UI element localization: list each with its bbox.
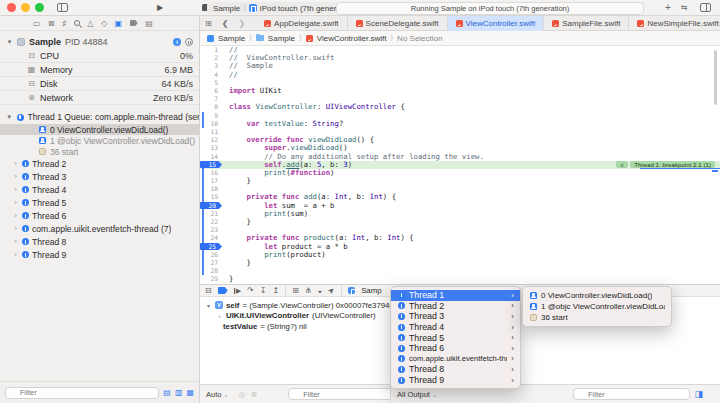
project-navigator-icon[interactable]: ▭ [33,19,41,28]
variables-view[interactable]: ▾ V self = (Sample.ViewController) 0x000… [200,297,390,384]
run-button[interactable]: ▶ [157,3,163,13]
code-line[interactable]: 21 print(sum) [200,210,720,218]
code-line[interactable]: 8class ViewController: UIViewController … [200,103,720,111]
menu-item-thread-5[interactable]: Thread 5 › [391,332,520,343]
breakpoint-annotation[interactable]: ≡Thread 1: breakpoint 2.1 (1) [616,161,715,168]
disclosure-icon[interactable]: › [12,172,19,181]
thread-row[interactable]: › Thread 6 [0,209,199,222]
hide-debug-area-icon[interactable]: ⊟ [205,286,212,295]
thread-row[interactable]: › Thread 3 [0,170,199,183]
disclosure-icon[interactable]: › [12,250,19,259]
menu-item-thread-6[interactable]: Thread 6 › [391,343,520,354]
thread-view-mode-3-icon[interactable]: ▦ [186,388,194,397]
disclosure-icon[interactable]: › [216,313,223,319]
submenu-item-frame-1[interactable]: 1 @objc ViewController.viewDidLoad() [523,301,671,312]
flag-icon[interactable]: ◎ [238,390,245,399]
code-line[interactable]: 16 print(#function) [200,169,720,177]
forward-icon[interactable]: ❯ [233,19,250,28]
submenu-item-frame-0[interactable]: 0 ViewController.viewDidLoad() [523,290,671,301]
menu-item-eventfetch-thread[interactable]: com.apple.uikit.eventfetch-thread (7) › [391,354,520,365]
source-control-navigator-icon[interactable]: ⊠ [48,19,55,28]
thread-row[interactable]: › Thread 9 [0,248,199,261]
menu-item-thread-9[interactable]: Thread 9 › [391,375,520,386]
line-number[interactable]: 13 [200,144,222,152]
thread-row[interactable]: › com.apple.uikit.eventfetch-thread (7) [0,222,199,235]
code-line[interactable]: 6import UIKit [200,87,720,95]
code-line[interactable]: 29} [200,275,720,283]
menu-item-thread-2[interactable]: Thread 2 › [391,301,520,312]
back-icon[interactable]: ❮ [217,19,234,28]
add-button[interactable]: + [665,3,671,13]
breakpoint-navigator-icon[interactable] [130,20,138,26]
stack-frame-row[interactable]: 36 start [0,146,199,157]
code-area[interactable]: 1//2// ViewController.swift3// Sample4//… [200,46,720,284]
menu-item-thread-1[interactable]: Thread 1 › [391,290,520,301]
line-number[interactable]: 3 [200,62,222,70]
disclosure-icon[interactable]: › [12,237,19,246]
stack-frame-row[interactable]: 1 @objc ViewController.viewDidLoad() [0,135,199,146]
gauge-network[interactable]: ⊕ Network Zero KB/s [0,91,199,105]
step-into-icon[interactable]: ↧ [260,286,267,295]
disclosure-icon[interactable]: › [12,224,19,233]
thread-view-mode-1-icon[interactable]: ▤ [163,388,171,397]
disclosure-icon[interactable]: › [12,185,19,194]
menu-item-thread-4[interactable]: Thread 4 › [391,322,520,333]
gauge-memory[interactable]: ▦ Memory 6.9 MB [0,63,199,77]
thread-row[interactable]: › Thread 5 [0,196,199,209]
disclosure-icon[interactable]: › [12,211,19,220]
step-over-icon[interactable]: ↷ [247,286,254,295]
menu-item-thread-8[interactable]: Thread 8 › [391,364,520,375]
breadcrumb-selection[interactable]: No Selection [397,34,442,43]
close-window-button[interactable] [7,3,16,12]
process-row[interactable]: ▾ Sample PID 44884 i [0,35,199,49]
variable-row[interactable]: testValue = (String?) nil [200,321,390,332]
pause-process-icon[interactable] [185,38,193,46]
breakpoint-hit-icon[interactable]: ≡ [616,161,628,168]
minimize-window-button[interactable] [21,3,30,12]
variable-row[interactable]: ▾ V self = (Sample.ViewController) 0x000… [200,300,390,311]
code-line[interactable]: 10 var testValue: String? [200,120,720,128]
zoom-window-button[interactable] [35,3,44,12]
debug-navigator-icon[interactable]: ▣ [115,19,123,28]
gauge-cpu[interactable]: ⊡ CPU 0% [0,49,199,63]
line-number[interactable]: 12 [200,136,222,144]
report-navigator-icon[interactable]: ▤ [145,19,153,28]
disclosure-icon[interactable]: ▾ [6,38,13,46]
line-number[interactable]: 8 [200,103,222,111]
code-line[interactable]: 3// Sample [200,62,720,70]
line-number[interactable]: 29 [200,275,222,283]
variables-scope-selector[interactable]: Auto ⌄ [206,390,228,399]
line-number[interactable]: 4 [200,71,222,79]
toggle-navigator-icon[interactable] [57,3,68,12]
step-out-icon[interactable]: ↥ [273,286,280,295]
thread-row[interactable]: › Thread 2 [0,157,199,170]
line-number[interactable]: 6 [200,87,222,95]
breadcrumb-project[interactable]: Sample [218,34,245,43]
code-line[interactable]: 26 print(product) [200,251,720,259]
thread-1-row[interactable]: ▾ Thread 1 Queue: com.apple.main-thread … [0,110,199,124]
thread-row[interactable]: › Thread 8 [0,235,199,248]
disclosure-icon[interactable]: ▾ [6,113,13,121]
breakpoint-indicator[interactable]: 15 [200,161,222,168]
breakpoint-indicator[interactable]: 20 [200,202,222,209]
line-number[interactable]: 11 [200,128,222,136]
debug-view-hierarchy-icon[interactable]: ⊞ [292,286,299,295]
code-line[interactable]: 22 } [200,218,720,226]
submenu-item-frame-36[interactable]: 36 start [523,312,671,323]
navigator-filter-input[interactable] [5,387,159,399]
disclosure-icon[interactable]: ▾ [205,302,212,309]
code-line[interactable]: 4// [200,71,720,79]
toggle-inspector-icon[interactable] [700,3,711,12]
thread-row[interactable]: › Thread 4 [0,183,199,196]
thread-view-mode-2-icon[interactable]: ▥ [175,388,183,397]
scheme-name[interactable]: Sample [213,4,240,13]
line-number[interactable]: 7 [200,95,222,103]
breakpoints-toggle-icon[interactable] [218,287,228,294]
tab-appdelegate[interactable]: AppDelegate.swift [256,16,347,31]
disclosure-icon[interactable]: › [12,159,19,168]
console-filter-input[interactable] [573,388,690,400]
line-number[interactable]: 14 [200,153,222,161]
editor-scrollbar[interactable] [714,50,717,105]
tab-samplefile[interactable]: SampleFile.swift [544,16,629,31]
code-line[interactable]: 2// ViewController.swift [200,54,720,62]
